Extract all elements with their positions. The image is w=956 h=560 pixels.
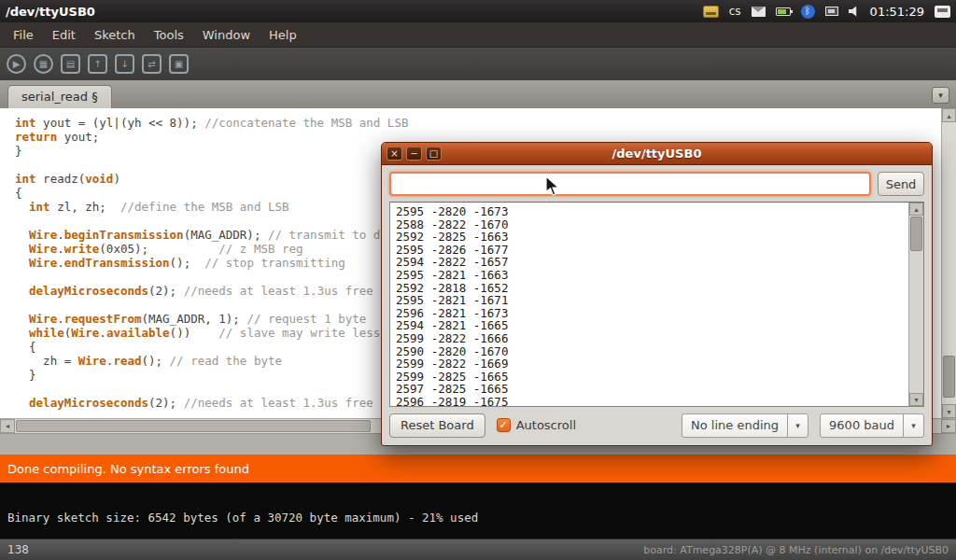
serial-line: 2588 -2822 -1670 [396,218,902,231]
keyboard-icon[interactable] [703,6,719,18]
serial-line: 2592 -2818 -1652 [396,282,902,295]
scroll-left-icon[interactable]: ◂ [0,419,15,433]
compile-message: Done compiling. No syntax errors found [7,462,249,476]
serial-line: 2595 -2826 -1677 [396,244,902,257]
code-line: int yout = (yl|(yh << 8)); //concatenate… [15,116,939,130]
serial-line: 2595 -2820 -1673 [396,205,902,218]
clock[interactable]: 01:51:29 [870,5,924,19]
tab-menu-button[interactable]: ▾ [932,87,949,104]
serial-line: 2595 -2821 -1671 [396,294,902,307]
scroll-up-icon[interactable]: ▴ [909,203,923,216]
scroll-up-icon[interactable]: ▴ [942,108,956,122]
serial-line: 2592 -2825 -1663 [396,231,902,244]
volume-icon[interactable] [849,7,860,17]
serial-output[interactable]: 2595 -2820 -16732588 -2822 -16702592 -28… [390,203,907,406]
upload-button[interactable]: ⇄ [142,54,162,74]
serial-line: 2599 -2825 -1665 [396,371,902,384]
send-row: Send [389,172,924,196]
toolbar: ▶▦▤↑↓⇄▣ [0,47,956,80]
stop-icon: ▦ [39,60,48,69]
send-button[interactable]: Send [878,172,924,196]
menu-edit[interactable]: Edit [43,24,85,46]
serial-send-input[interactable] [389,172,871,196]
autoscroll-control: ✓ Autoscroll [497,418,576,432]
line-ending-value: No line ending [682,418,787,432]
new-sketch-button[interactable]: ▤ [61,54,80,74]
serial-output-panel: 2595 -2820 -16732588 -2822 -16702592 -28… [389,202,924,407]
scroll-right-icon[interactable]: ▸ [941,419,956,433]
serial-scroll-thumb[interactable] [910,217,922,251]
serial-controls: Reset Board ✓ Autoscroll No line ending … [389,413,924,438]
serial-line: 2595 -2821 -1663 [396,269,902,282]
desktop: /dev/ttyUSB0 cs ᛒ 01:51:29 FileEditSketc… [0,0,956,560]
serial-line: 2599 -2822 -1669 [396,357,902,371]
new-file-icon: ▤ [66,60,75,69]
menu-bar: FileEditSketchToolsWindowHelp [0,22,956,47]
battery-icon[interactable] [776,7,791,16]
reset-board-button[interactable]: Reset Board [389,413,485,438]
keyboard-layout-indicator[interactable]: cs [729,5,741,18]
upload-arrows-icon: ⇄ [148,60,155,69]
save-sketch-button[interactable]: ↓ [115,54,134,74]
autoscroll-checkbox[interactable]: ✓ [497,418,511,432]
serial-monitor-title: /dev/ttyUSB0 [382,147,932,161]
console-output: Binary sketch size: 6542 bytes (of a 307… [0,483,956,539]
serial-line: 2594 -2822 -1657 [396,256,902,269]
scroll-down-icon[interactable]: ▾ [909,393,923,406]
serial-monitor-body: Send 2595 -2820 -16732588 -2822 -1670259… [382,165,932,445]
play-icon: ▶ [13,60,21,69]
serial-line: 2594 -2821 -1665 [396,319,902,332]
serial-line: 2596 -2819 -1675 [396,396,902,406]
session-menu-icon[interactable] [935,6,950,18]
minimize-icon[interactable]: − [406,147,422,161]
menu-tools[interactable]: Tools [145,24,193,46]
maximize-icon[interactable]: □ [426,147,442,161]
verify-button[interactable]: ▶ [7,54,26,74]
serial-line: 2597 -2825 -1665 [396,383,902,396]
console-text: Binary sketch size: 6542 bytes (of a 307… [7,511,478,525]
save-down-arrow-icon: ↓ [120,60,128,69]
serial-line: 2599 -2822 -1666 [396,332,902,345]
serial-scrollbar[interactable]: ▴ ▾ [908,203,923,406]
baud-rate-value: 9600 baud [821,418,903,432]
serial-line: 2590 -2820 -1670 [396,345,902,358]
serial-line: 2596 -2821 -1673 [396,307,902,320]
top-panel: /dev/ttyUSB0 cs ᛒ 01:51:29 [0,0,956,22]
tab-bar: serial_read § ▾ [0,80,956,108]
menu-help[interactable]: Help [260,24,306,46]
serial-monitor-icon: ▣ [175,60,183,69]
open-sketch-button[interactable]: ↑ [88,54,107,74]
serial-monitor-window: × − □ /dev/ttyUSB0 Send 2595 -2820 -1673… [381,142,933,446]
open-up-arrow-icon: ↑ [93,60,101,69]
board-info: board: ATmega328P(A) @ 8 MHz (internal) … [643,544,949,556]
cursor-line-number: 138 [7,543,29,556]
editor-vscroll-thumb[interactable] [943,356,955,398]
window-title: /dev/ttyUSB0 [6,5,95,19]
chevron-down-icon[interactable]: ▾ [787,414,808,437]
tab-serial-read[interactable]: serial_read § [7,85,112,108]
stop-button[interactable]: ▦ [34,54,53,74]
menu-window[interactable]: Window [193,24,260,46]
chevron-down-icon[interactable]: ▾ [903,414,923,437]
serial-monitor-titlebar[interactable]: × − □ /dev/ttyUSB0 [382,143,932,165]
autoscroll-label: Autoscroll [516,418,576,432]
menu-file[interactable]: File [4,24,43,46]
network-icon[interactable] [825,7,838,16]
editor-vertical-scrollbar[interactable]: ▴ ▾ [941,108,956,418]
editor-hscroll-thumb[interactable] [16,420,371,432]
baud-rate-select[interactable]: 9600 baud ▾ [820,413,924,438]
bluetooth-icon[interactable]: ᛒ [801,5,815,19]
menu-sketch[interactable]: Sketch [85,24,145,46]
compile-status-bar: Done compiling. No syntax errors found [0,455,956,483]
mail-icon[interactable] [752,7,766,17]
line-ending-select[interactable]: No line ending ▾ [682,413,808,438]
indicator-area: cs ᛒ 01:51:29 [703,5,950,19]
scroll-down-icon[interactable]: ▾ [942,404,956,418]
serial-monitor-button[interactable]: ▣ [169,54,189,74]
close-icon[interactable]: × [387,147,402,161]
status-footer: 138 board: ATmega328P(A) @ 8 MHz (intern… [0,539,956,560]
